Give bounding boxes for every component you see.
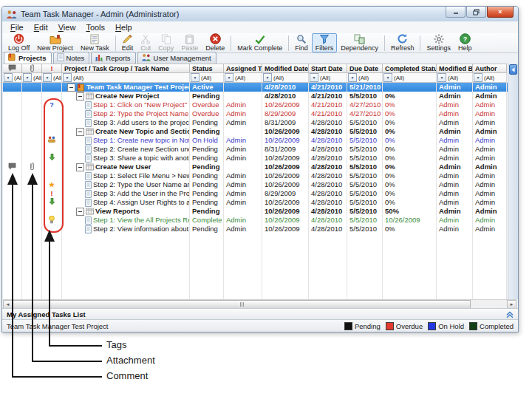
menu-item-view[interactable]: View xyxy=(53,22,81,33)
column-header-due[interactable]: Due Date xyxy=(347,64,383,73)
filter-dropdown-button[interactable]: ▼ xyxy=(383,73,392,82)
filters-button[interactable]: Filters xyxy=(312,33,338,52)
table-row[interactable]: ★Step 2: Type the User Name and Password… xyxy=(3,180,508,189)
minimize-button[interactable] xyxy=(446,7,466,18)
column-header-start[interactable]: Start Date xyxy=(309,64,347,73)
status-cell: Complete xyxy=(190,216,224,225)
filter-dropdown-button[interactable]: ▼ xyxy=(310,73,318,82)
table-row[interactable]: Step 2: Type the Project Name and Descri… xyxy=(3,109,508,118)
table-row[interactable]: !Step 3: Add the User in the Project by … xyxy=(3,189,508,198)
assigned-tasks-bar[interactable]: My Assigned Tasks List xyxy=(2,308,518,320)
folder-icon xyxy=(7,53,16,63)
name-cell: Step 4: Assign User Rights to a particul… xyxy=(62,198,190,207)
menu-item-edit[interactable]: Edit xyxy=(29,22,53,33)
tree-expander[interactable] xyxy=(67,83,75,92)
close-button[interactable]: × xyxy=(487,7,514,18)
column-header-modified_by[interactable]: Modified By xyxy=(437,64,473,73)
start-date-cell: 4/28/2010 xyxy=(309,198,347,207)
edit-button[interactable]: Edit xyxy=(118,33,137,52)
column-header-assigned[interactable]: Assigned To xyxy=(224,64,262,73)
start-date-cell: 4/28/2010 xyxy=(309,163,347,171)
table-row[interactable]: Create New Topic and SectionPending10/26… xyxy=(3,127,508,136)
refresh-button[interactable]: Refresh xyxy=(387,33,418,52)
menu-item-tools[interactable]: Tools xyxy=(81,22,110,33)
filter-dropdown-button[interactable]: ▼ xyxy=(437,73,446,82)
copy-icon xyxy=(161,34,171,44)
collapse-panel-button[interactable] xyxy=(509,64,517,75)
table-row[interactable]: Step 3: Share a topic with another user.… xyxy=(3,154,508,163)
filter-dropdown-button[interactable]: ▼ xyxy=(348,73,357,82)
filter-value: (All) xyxy=(394,75,404,81)
tab-reports[interactable]: Reports xyxy=(91,52,135,64)
help-button[interactable]: ?Help xyxy=(454,33,476,52)
dependency-button[interactable]: Dependency xyxy=(337,33,382,52)
group-icon xyxy=(86,163,94,171)
new-project-button[interactable]: New Project xyxy=(33,33,77,52)
tree-expander[interactable] xyxy=(76,128,84,136)
tree-expander[interactable] xyxy=(76,208,84,216)
column-header-name[interactable]: Project / Task Group / Task Name xyxy=(62,64,190,73)
tab-notes[interactable]: Notes xyxy=(53,52,90,64)
table-row[interactable]: Step 3: Add users to the project from th… xyxy=(3,118,508,127)
column-header-comment[interactable] xyxy=(3,64,22,73)
table-row[interactable]: Create New UserPending10/26/20094/28/201… xyxy=(3,163,508,171)
due-date-cell: 5/5/2010 xyxy=(347,207,383,216)
column-header-author[interactable]: Author xyxy=(473,64,507,73)
filter-dropdown-button[interactable]: ▼ xyxy=(225,73,233,82)
filter-dropdown-button[interactable]: ▼ xyxy=(23,73,32,82)
copy-button[interactable]: Copy xyxy=(154,33,177,52)
restore-button[interactable] xyxy=(466,7,486,18)
filter-dropdown-button[interactable]: ▼ xyxy=(191,73,200,82)
settings-icon xyxy=(434,34,444,44)
table-row[interactable]: Step 1: Create new topic in Note Tab.On … xyxy=(3,136,508,145)
menu-item-help[interactable]: Help xyxy=(110,22,137,33)
log-off-button[interactable]: Log Off xyxy=(4,33,33,52)
column-header-completed[interactable]: Completed Status xyxy=(383,64,437,73)
delete-button[interactable]: Delete xyxy=(202,33,228,52)
tab-user-management[interactable]: User Management xyxy=(137,52,216,64)
svg-text:?: ? xyxy=(463,35,467,43)
comment-callout-line xyxy=(12,184,13,377)
filter-dropdown-button[interactable]: ▼ xyxy=(474,73,482,82)
legend-label: On Hold xyxy=(438,322,464,330)
filter-dropdown-button[interactable]: ▼ xyxy=(263,73,272,82)
filter-dropdown-button[interactable]: ▼ xyxy=(63,73,72,82)
cut-button[interactable]: Cut xyxy=(137,33,154,52)
paste-button[interactable]: Paste xyxy=(177,33,202,52)
settings-button[interactable]: Settings xyxy=(423,33,454,52)
modified-date-cell: 8/31/2009 xyxy=(262,145,309,154)
column-header-tags[interactable]: ! xyxy=(42,64,62,73)
menu-item-file[interactable]: File xyxy=(5,22,29,33)
table-row[interactable]: View ReportsPending10/26/20094/28/20105/… xyxy=(3,207,508,216)
tree-expander[interactable] xyxy=(76,163,84,171)
name-cell: Step 2: Type the Project Name and Descri… xyxy=(62,109,190,118)
mark-complete-button[interactable]: Mark Complete xyxy=(233,33,286,52)
filter-dropdown-button[interactable]: ▼ xyxy=(43,73,52,82)
completed-status-cell: 0% xyxy=(383,189,437,198)
author-cell: Admin xyxy=(473,216,507,225)
table-row[interactable]: Step 1: Select File Menu > New > UserPen… xyxy=(3,171,508,180)
filter-dropdown-button[interactable]: ▼ xyxy=(4,73,13,82)
tags-arrow-icon xyxy=(44,230,55,242)
table-row[interactable]: Create New ProjectPending4/28/20104/21/2… xyxy=(3,92,508,100)
filter-value: (All) xyxy=(358,75,369,81)
column-header-status[interactable]: Status xyxy=(190,64,224,73)
tree-expander[interactable] xyxy=(76,92,84,100)
column-header-attachment[interactable] xyxy=(22,64,42,73)
task-icon xyxy=(85,225,92,233)
task-icon xyxy=(85,146,92,154)
table-body: Team Task Manager Test ProjectActive4/28… xyxy=(3,83,508,233)
legend-color-swatch xyxy=(469,322,477,330)
table-row[interactable]: Team Task Manager Test ProjectActive4/28… xyxy=(3,83,508,92)
table-row[interactable]: Step 2: Create new Section under the sel… xyxy=(3,145,508,154)
table-row[interactable]: Step 4: Assign User Rights to a particul… xyxy=(3,198,508,207)
tab-projects[interactable]: Projects xyxy=(4,52,52,64)
table-row[interactable]: Step 1: View the All Projects ReportComp… xyxy=(3,216,508,225)
new-task-button[interactable]: New Task xyxy=(77,33,113,52)
table-row[interactable]: ?Step 1: Click on "New Project" from the… xyxy=(3,100,508,109)
find-button[interactable]: Find xyxy=(291,33,312,52)
table-row[interactable]: Step 2: View information about a particu… xyxy=(3,225,508,233)
column-header-modified[interactable]: Modified Date xyxy=(262,64,309,73)
modified-by-cell: Admin xyxy=(437,189,473,198)
completed-status-cell: 0% xyxy=(383,171,437,180)
